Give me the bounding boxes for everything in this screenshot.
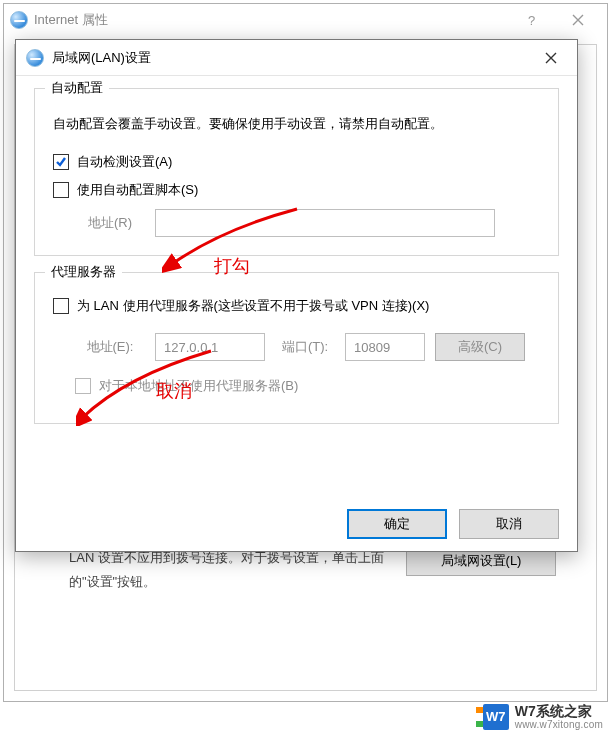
auto-config-desc: 自动配置会覆盖手动设置。要确保使用手动设置，请禁用自动配置。	[53, 113, 540, 135]
auto-detect-label: 自动检测设置(A)	[77, 153, 172, 171]
watermark-line2: www.w7xitong.com	[515, 719, 603, 730]
parent-titlebar: Internet 属性 ?	[4, 4, 607, 36]
auto-detect-checkbox[interactable]	[53, 154, 69, 170]
proxy-address-input[interactable]: 127.0.0.1	[155, 333, 265, 361]
script-address-input[interactable]	[155, 209, 495, 237]
watermark-logo: W7	[483, 704, 509, 730]
dialog-titlebar: 局域网(LAN)设置	[16, 40, 577, 76]
parent-close-button[interactable]	[555, 4, 601, 36]
auto-config-legend: 自动配置	[45, 79, 109, 97]
dialog-body: 打勾 取消 自动配置 自动配置会覆盖手动设置。要确保使用手动设置，请禁用自动配置…	[16, 76, 577, 551]
use-proxy-checkbox[interactable]	[53, 298, 69, 314]
parent-help-button[interactable]: ?	[509, 4, 555, 36]
script-address-label: 地址(R)	[75, 214, 145, 232]
use-script-label: 使用自动配置脚本(S)	[77, 181, 198, 199]
cancel-button[interactable]: 取消	[459, 509, 559, 539]
advanced-button[interactable]: 高级(C)	[435, 333, 525, 361]
dialog-title: 局域网(LAN)设置	[52, 49, 151, 67]
lan-section-desc: LAN 设置不应用到拨号连接。对于拨号设置，单击上面的"设置"按钮。	[69, 546, 388, 595]
watermark-line1: W7系统之家	[515, 704, 603, 719]
internet-icon	[10, 11, 28, 29]
proxy-port-input[interactable]: 10809	[345, 333, 425, 361]
proxy-legend: 代理服务器	[45, 263, 122, 281]
internet-icon	[26, 49, 44, 67]
dialog-close-button[interactable]	[529, 40, 573, 75]
svg-text:?: ?	[528, 14, 535, 26]
dialog-footer: 确定 取消	[347, 509, 559, 539]
lan-settings-dialog: 局域网(LAN)设置 打勾 取消 自动配置 自动配置会覆盖手动设置。要确保使用手…	[15, 39, 578, 552]
bypass-local-label: 对于本地地址不使用代理服务器(B)	[99, 377, 298, 395]
bypass-local-checkbox[interactable]	[75, 378, 91, 394]
auto-config-group: 自动配置 自动配置会覆盖手动设置。要确保使用手动设置，请禁用自动配置。 自动检测…	[34, 88, 559, 256]
use-script-checkbox[interactable]	[53, 182, 69, 198]
use-proxy-label: 为 LAN 使用代理服务器(这些设置不用于拨号或 VPN 连接)(X)	[77, 297, 429, 315]
parent-window-title: Internet 属性	[34, 11, 108, 29]
ok-button[interactable]: 确定	[347, 509, 447, 539]
proxy-port-label: 端口(T):	[275, 338, 335, 356]
watermark: W7 W7系统之家 www.w7xitong.com	[483, 704, 603, 730]
proxy-address-label: 地址(E):	[75, 338, 145, 356]
proxy-group: 代理服务器 为 LAN 使用代理服务器(这些设置不用于拨号或 VPN 连接)(X…	[34, 272, 559, 424]
